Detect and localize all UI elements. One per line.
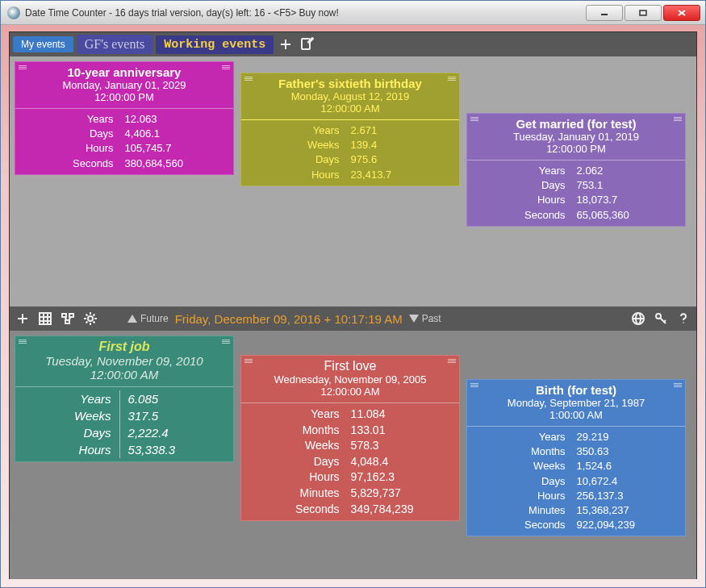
grip-icon[interactable] <box>222 65 230 70</box>
plus-icon <box>278 37 293 52</box>
grid-view-button[interactable] <box>37 311 53 327</box>
row-label: Months <box>467 444 572 459</box>
row-label: Weeks <box>15 407 120 424</box>
row-value: 1,524.6 <box>572 459 685 473</box>
settings-button[interactable] <box>82 311 98 327</box>
row-label: Days <box>15 127 120 141</box>
title-bar[interactable]: Date Time Counter - 16 days trial versio… <box>1 1 705 25</box>
card-row: Weeks139.4 <box>241 138 459 152</box>
grip-icon[interactable] <box>222 340 230 344</box>
svg-rect-14 <box>62 314 66 317</box>
tab-gf-events[interactable]: GF's events <box>77 35 152 54</box>
grip-icon[interactable] <box>470 383 478 388</box>
row-label: Seconds <box>241 502 346 518</box>
add-tab-button[interactable] <box>277 35 295 53</box>
past-panel[interactable]: First job Tuesday, November 09, 2010 12:… <box>10 331 696 579</box>
event-title: Get married (for test) <box>472 117 680 131</box>
row-label: Years <box>241 123 346 138</box>
card-header[interactable]: Father's sixtieth birthday Monday, Augus… <box>241 73 459 120</box>
row-label: Years <box>467 164 572 178</box>
card-header[interactable]: First job Tuesday, November 09, 2010 12:… <box>15 336 233 387</box>
close-button[interactable] <box>663 5 700 21</box>
key-icon <box>654 311 668 326</box>
add-event-button[interactable] <box>15 311 31 327</box>
key-button[interactable] <box>653 311 669 327</box>
app-icon <box>7 6 20 19</box>
tab-row: My events GF's events Working events <box>10 32 696 56</box>
card-row: Hours97,162.3 <box>241 469 459 486</box>
future-panel[interactable]: 10-year anniversary Monday, January 01, … <box>10 56 696 307</box>
row-label: Years <box>241 407 346 423</box>
grip-icon[interactable] <box>674 383 682 388</box>
event-time: 12:00:00 AM <box>246 386 454 398</box>
past-label[interactable]: Past <box>409 313 441 324</box>
grip-icon[interactable] <box>19 65 27 70</box>
grip-icon[interactable] <box>244 77 253 81</box>
row-label: Hours <box>241 168 346 182</box>
grip-icon[interactable] <box>448 77 456 81</box>
card-row: Years6.085 <box>15 390 233 407</box>
row-value: 12.063 <box>120 112 233 127</box>
event-card-birth[interactable]: Birth (for test) Monday, September 21, 1… <box>466 379 686 536</box>
card-row: Years2.671 <box>241 123 459 138</box>
event-card-anniversary[interactable]: 10-year anniversary Monday, January 01, … <box>15 61 234 175</box>
row-value: 53,338.3 <box>120 441 233 458</box>
card-row: Seconds922,094,239 <box>467 518 685 532</box>
card-row: Hours256,137.3 <box>467 489 685 503</box>
tab-working-events[interactable]: Working events <box>156 35 274 54</box>
grip-icon[interactable] <box>448 359 456 364</box>
event-date: Monday, August 12, 2019 <box>246 90 454 102</box>
row-label: Months <box>241 423 346 439</box>
minimize-button[interactable] <box>586 5 623 21</box>
row-value: 11.084 <box>346 407 459 423</box>
row-value: 922,094,239 <box>572 518 685 532</box>
card-header[interactable]: First love Wednesday, November 09, 2005 … <box>241 356 459 403</box>
grip-icon[interactable] <box>19 340 27 344</box>
row-value: 4,048.4 <box>346 454 459 470</box>
close-icon <box>677 9 687 17</box>
client-area: My events GF's events Working events 10-… <box>9 31 697 579</box>
grip-icon[interactable] <box>244 359 253 364</box>
card-header[interactable]: 10-year anniversary Monday, January 01, … <box>15 62 233 109</box>
row-value: 380,684,560 <box>120 156 233 171</box>
edit-tab-button[interactable] <box>298 35 315 53</box>
minimize-icon <box>599 9 609 17</box>
card-row: Hours18,073.7 <box>467 193 685 207</box>
row-value: 65,065,360 <box>572 208 685 223</box>
grip-icon[interactable] <box>674 117 682 122</box>
card-header[interactable]: Get married (for test) Tuesday, January … <box>467 114 685 161</box>
row-value: 350.63 <box>572 444 685 459</box>
future-label[interactable]: Future <box>127 313 169 324</box>
tab-my-events[interactable]: My events <box>13 36 73 52</box>
web-button[interactable] <box>630 311 646 327</box>
card-row: Years29.219 <box>467 430 685 444</box>
card-row: Weeks578.3 <box>241 438 459 454</box>
svg-rect-16 <box>65 320 69 323</box>
event-card-get-married[interactable]: Get married (for test) Tuesday, January … <box>466 113 686 227</box>
card-row: Weeks317.5 <box>15 407 233 424</box>
row-label: Years <box>15 112 120 127</box>
window-title: Date Time Counter - 16 days trial versio… <box>25 7 586 19</box>
card-rows: Years2.062 Days753.1 Hours18,073.7 Secon… <box>467 161 685 226</box>
event-card-first-job[interactable]: First job Tuesday, November 09, 2010 12:… <box>15 336 234 462</box>
gear-icon <box>83 311 98 326</box>
row-label: Hours <box>15 141 120 156</box>
event-card-father-birthday[interactable]: Father's sixtieth birthday Monday, Augus… <box>240 73 460 186</box>
sort-icon <box>61 311 75 326</box>
card-header[interactable]: Birth (for test) Monday, September 21, 1… <box>467 380 685 427</box>
svg-rect-15 <box>69 314 73 317</box>
sort-button[interactable] <box>60 311 76 327</box>
past-text: Past <box>422 313 441 324</box>
card-row: Hours23,413.7 <box>241 168 459 182</box>
event-card-first-love[interactable]: First love Wednesday, November 09, 2005 … <box>240 355 460 521</box>
row-label: Days <box>467 178 572 193</box>
row-label: Days <box>241 454 346 470</box>
help-button[interactable] <box>675 311 691 327</box>
card-row: Days10,672.4 <box>467 474 685 489</box>
maximize-button[interactable] <box>625 5 662 21</box>
row-value: 4,406.1 <box>120 127 233 141</box>
card-row: Days4,406.1 <box>15 127 233 141</box>
grip-icon[interactable] <box>470 117 478 122</box>
event-title: 10-year anniversary <box>20 65 228 79</box>
row-label: Hours <box>15 441 120 458</box>
